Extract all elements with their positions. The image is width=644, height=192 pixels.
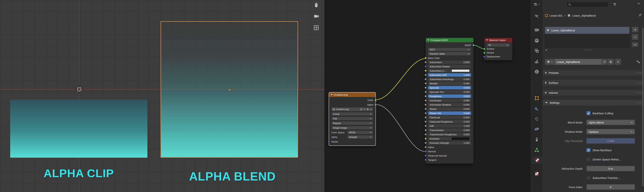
input-socket[interactable] bbox=[424, 83, 426, 85]
alpha-clip-text-object[interactable]: ALPHA CLIP bbox=[24, 167, 133, 180]
tab-view-layer[interactable] bbox=[532, 47, 541, 55]
backface-culling-checkbox[interactable] bbox=[586, 111, 590, 115]
value-field[interactable]: Subsurface Anisotropy0.000 bbox=[428, 77, 471, 81]
users-count[interactable]: 3 bbox=[360, 108, 362, 111]
color-output-socket[interactable] bbox=[374, 99, 376, 101]
remove-slot-button[interactable] bbox=[632, 34, 638, 40]
volume-input-socket[interactable] bbox=[483, 52, 485, 54]
input-socket[interactable] bbox=[424, 146, 426, 148]
collapse-icon[interactable] bbox=[427, 39, 429, 41]
alpha-blend-text-object[interactable]: ALPHA BLEND bbox=[176, 170, 289, 183]
panel-drag-grip[interactable] bbox=[637, 72, 638, 73]
pass-index-field[interactable]: 0 bbox=[586, 184, 635, 190]
input-socket[interactable] bbox=[424, 95, 426, 97]
node-header[interactable]: Principled BSDF bbox=[426, 38, 474, 42]
value-field[interactable]: Anisotropic Rotation0.000 bbox=[428, 103, 471, 106]
viewport-3d[interactable]: ALPHA CLIP ALPHA BLEND bbox=[0, 0, 324, 192]
input-socket[interactable] bbox=[424, 138, 426, 140]
copy-icon[interactable] bbox=[366, 108, 369, 110]
screen-space-refraction-checkbox[interactable] bbox=[586, 157, 590, 161]
search-input[interactable] bbox=[566, 2, 609, 7]
value-field[interactable]: Subsurface0.000 bbox=[428, 60, 471, 64]
displacement-input-socket[interactable] bbox=[483, 56, 485, 58]
tab-constraints[interactable] bbox=[532, 136, 541, 143]
bsdf-row-emission[interactable]: Emission bbox=[426, 137, 474, 141]
tab-scene[interactable] bbox=[532, 58, 541, 65]
bsdf-row-roughness[interactable]: Roughness0.500 bbox=[426, 94, 474, 98]
subsurface-translucency-checkbox[interactable] bbox=[586, 176, 590, 180]
collapse-icon[interactable] bbox=[331, 94, 332, 95]
input-socket[interactable] bbox=[424, 121, 426, 123]
tab-render[interactable] bbox=[532, 26, 541, 34]
bsdf-row-ior[interactable]: IOR1.450 bbox=[426, 124, 474, 128]
input-socket[interactable] bbox=[424, 125, 426, 127]
value-field[interactable]: Sheen0.000 bbox=[428, 107, 471, 111]
value-field[interactable]: Transmission Roughness0.000 bbox=[428, 133, 471, 136]
panel-settings-expanded[interactable]: Settings bbox=[542, 99, 644, 106]
grid-ortho-icon[interactable] bbox=[312, 24, 320, 31]
panel-surface[interactable]: Surface bbox=[542, 79, 644, 86]
add-slot-button[interactable] bbox=[632, 27, 638, 32]
input-socket[interactable] bbox=[424, 87, 426, 89]
input-socket[interactable] bbox=[424, 78, 426, 80]
tab-texture[interactable] bbox=[532, 170, 541, 178]
bsdf-row-subsurface-c[interactable]: Subsurface C... bbox=[426, 69, 474, 73]
bsdf-row-emission-strength[interactable]: Emission Strength1.000 bbox=[426, 141, 474, 145]
projection-dropdown[interactable]: Flat bbox=[331, 117, 373, 120]
panel-volume[interactable]: Volume bbox=[542, 89, 644, 96]
bsdf-row-anisotropic-rotation[interactable]: Anisotropic Rotation0.000 bbox=[426, 103, 474, 107]
bsdf-row-clearcoat[interactable]: Clearcoat0.000 bbox=[426, 115, 474, 119]
options-chevron-icon[interactable] bbox=[637, 2, 640, 4]
value-field[interactable]: Specular Tint0.000 bbox=[428, 90, 471, 94]
sss-method-dropdown[interactable]: Random Walk bbox=[428, 52, 471, 56]
node-header[interactable]: Gradient.png bbox=[329, 93, 376, 97]
unlink-material-button[interactable] bbox=[615, 59, 621, 65]
input-socket[interactable] bbox=[424, 70, 426, 72]
value-slider[interactable]: Subsurface IOR1.400 bbox=[428, 73, 471, 77]
tab-modifiers[interactable] bbox=[532, 105, 541, 113]
alpha-clip-plane[interactable] bbox=[10, 99, 148, 158]
bsdf-row-subsurface-ior[interactable]: Subsurface IOR1.400 bbox=[426, 73, 474, 77]
panel-drag-grip[interactable] bbox=[637, 82, 638, 83]
editor-type-button[interactable] bbox=[532, 1, 542, 7]
input-socket[interactable] bbox=[424, 142, 426, 144]
value-field[interactable]: IOR1.450 bbox=[428, 124, 471, 128]
bsdf-row-transmission-roughness[interactable]: Transmission Roughness0.000 bbox=[426, 132, 474, 136]
bsdf-row-sheen-tint[interactable]: Sheen Tint0.500 bbox=[426, 111, 474, 115]
bsdf-row-subsurface-anisotropy[interactable]: Subsurface Anisotropy0.000 bbox=[426, 77, 474, 81]
panel-drag-grip[interactable] bbox=[637, 102, 638, 103]
bsdf-row-sheen[interactable]: Sheen0.000 bbox=[426, 107, 474, 111]
unlink-x-icon[interactable] bbox=[370, 108, 372, 110]
color-space-dropdown[interactable]: sRGB bbox=[347, 130, 373, 134]
tab-output[interactable] bbox=[532, 37, 541, 44]
tab-material-active[interactable] bbox=[532, 156, 542, 164]
fake-user-button[interactable] bbox=[602, 59, 608, 65]
input-socket[interactable] bbox=[424, 104, 426, 106]
tab-object-data[interactable] bbox=[532, 146, 541, 154]
value-slider[interactable]: Sheen Tint0.500 bbox=[428, 111, 471, 115]
bsdf-row-anisotropic[interactable]: Anisotropic0.000 bbox=[426, 98, 474, 102]
value-field[interactable]: Anisotropic0.000 bbox=[428, 98, 471, 102]
material-nodes-icon[interactable] bbox=[636, 60, 640, 64]
input-socket[interactable] bbox=[424, 116, 426, 118]
panel-preview[interactable]: Preview bbox=[542, 69, 644, 76]
material-slot-list[interactable]: Leave_AlphaBlend bbox=[545, 27, 630, 48]
vector-input-socket[interactable] bbox=[328, 141, 330, 143]
input-socket[interactable] bbox=[424, 129, 426, 131]
input-socket[interactable] bbox=[424, 61, 426, 63]
list-resize-grip[interactable] bbox=[587, 49, 588, 50]
material-name-field[interactable]: Leave_AlphaBlend bbox=[555, 59, 602, 65]
shader-editor[interactable]: Gradient.png Color Alpha Gradient.png 3 bbox=[324, 0, 530, 192]
material-slot-selected[interactable]: Leave_AlphaBlend bbox=[545, 27, 629, 34]
source-dropdown[interactable]: Single Image bbox=[331, 126, 373, 130]
input-socket[interactable] bbox=[424, 150, 426, 153]
bsdf-row-subsurface-radius[interactable]: Subsurface Radius bbox=[426, 64, 474, 69]
image-datablock[interactable]: Gradient.png 3 bbox=[331, 107, 373, 111]
value-field[interactable]: Metallic0.000 bbox=[428, 82, 471, 85]
input-socket[interactable] bbox=[424, 99, 426, 101]
extension-dropdown[interactable]: Repeat bbox=[331, 121, 373, 125]
node-header[interactable]: Material Output bbox=[484, 38, 512, 42]
value-field[interactable]: Clearcoat Roughness0.030 bbox=[428, 120, 471, 123]
input-socket[interactable] bbox=[424, 74, 426, 76]
breadcrumb-object[interactable]: Leave.001 bbox=[550, 14, 562, 17]
